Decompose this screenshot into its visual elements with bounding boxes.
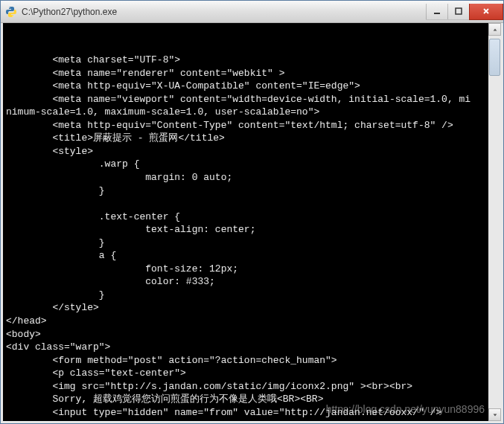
svg-point-1 — [12, 15, 13, 16]
maximize-button[interactable] — [447, 4, 470, 20]
window-controls — [427, 4, 503, 20]
python-icon — [5, 6, 17, 18]
scroll-down-button[interactable] — [488, 408, 501, 421]
console-output: <meta charset="UTF-8"> <meta name="rende… — [6, 54, 498, 423]
vertical-scrollbar[interactable] — [488, 23, 501, 421]
scrollbar-track[interactable] — [488, 36, 501, 408]
scroll-up-button[interactable] — [488, 23, 501, 36]
window-title: C:\Python27\python.exe — [22, 7, 427, 17]
console-area[interactable]: <meta charset="UTF-8"> <meta name="rende… — [1, 23, 503, 423]
titlebar[interactable]: C:\Python27\python.exe — [1, 1, 503, 23]
minimize-button[interactable] — [426, 4, 448, 20]
svg-rect-3 — [456, 8, 462, 14]
close-button[interactable] — [469, 4, 503, 20]
console-window: C:\Python27\python.exe <meta charset="UT… — [0, 0, 504, 424]
scrollbar-thumb[interactable] — [489, 39, 500, 76]
svg-point-0 — [9, 7, 10, 7]
svg-rect-2 — [434, 13, 440, 14]
